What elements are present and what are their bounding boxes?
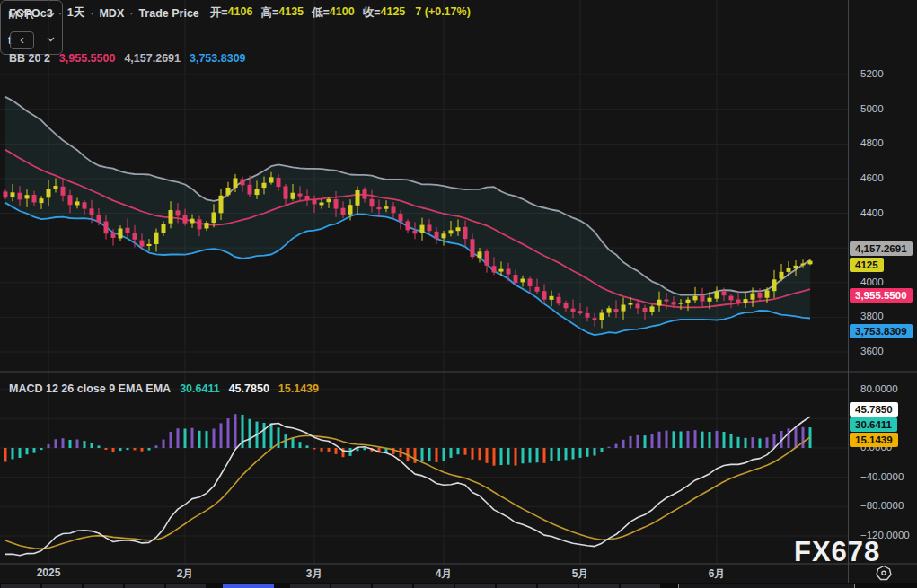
bb-basis-value: 3,955.5500: [59, 52, 116, 65]
toolbar-cell: [621, 584, 660, 588]
signal-value-badge: 15.1439: [850, 433, 898, 447]
time-axis-label: 6月: [709, 566, 726, 582]
toolbar-cell: [331, 584, 371, 588]
chart-canvas[interactable]: [0, 0, 917, 588]
price-tick-label: 3800: [860, 311, 884, 321]
price-type-label: Trade Price: [138, 7, 198, 20]
toolbar-cell: [84, 584, 123, 588]
toolbar-cell: [166, 584, 206, 588]
macd-tick-label: −40.0000: [860, 471, 904, 482]
hist-value-badge: 30.6411: [850, 417, 897, 432]
trading-chart-window: FCPOc3 · 1天 · MDX · Trade Price 开=4106 高…: [0, 0, 917, 588]
bb-lower-value: 3,753.8309: [190, 52, 246, 65]
price-tick-label: 4400: [860, 207, 884, 218]
legend-separator: ·: [90, 7, 93, 20]
bottom-toolbar: [0, 583, 917, 588]
macd-line-value: 45.7850: [229, 382, 269, 395]
price-tick-label: 4600: [860, 172, 884, 183]
high-value: 4135: [278, 5, 304, 21]
toolbar-cell: [373, 584, 412, 588]
bb-basis-badge: 3,955.5500: [850, 288, 913, 303]
symbol-name[interactable]: FCPOc3: [9, 7, 53, 20]
legend-separator: ·: [58, 7, 62, 20]
macd-indicator-legend: MACD 12 26 close 9 EMA EMA 30.6411 45.78…: [9, 382, 319, 395]
bb-indicator-legend: BB 20 2 3,955.5500 4,157.2691 3,753.8309: [9, 52, 246, 65]
bb-lower-badge: 3,753.8309: [850, 324, 913, 338]
last-price-badge: 4125: [850, 258, 884, 272]
exchange-label: MDX: [99, 7, 124, 20]
change-value: 7 (+0.17%): [415, 5, 471, 21]
watermark-logo: FX678: [794, 536, 880, 568]
symbol-legend: FCPOc3 · 1天 · MDX · Trade Price 开=4106 高…: [9, 5, 471, 21]
macd-value-badge: 45.7850: [850, 402, 898, 417]
toolbar-cell: [497, 584, 536, 588]
close-value: 4125: [380, 5, 405, 21]
close-label: 收=: [363, 5, 381, 21]
toolbar-cell: [579, 584, 619, 588]
toolbar-cell: [414, 584, 454, 588]
open-label: 开=: [210, 5, 228, 21]
macd-tick-label: 80.0000: [860, 383, 898, 394]
macd-signal-value: 15.1439: [278, 382, 319, 395]
time-axis-label: 2月: [177, 566, 194, 582]
toolbar-goto-box: [678, 584, 855, 588]
time-axis-label: 4月: [436, 566, 453, 582]
time-axis-label: 3月: [306, 566, 323, 582]
low-value: 4100: [330, 5, 355, 21]
toolbar-cell: [538, 584, 578, 588]
toolbar-cell: [42, 584, 82, 588]
bb-indicator-title[interactable]: BB 20 2: [9, 52, 50, 65]
price-tick-label: 5200: [860, 68, 884, 79]
time-axis-label: 5月: [572, 566, 589, 582]
high-label: 高=: [260, 5, 278, 21]
back-button[interactable]: ‹: [10, 31, 34, 49]
toolbar-cell: [1, 584, 40, 588]
legend-separator: ·: [129, 7, 133, 20]
time-axis-label: 2025: [37, 566, 61, 579]
toolbar-cell: [455, 584, 495, 588]
toolbar-cell: [125, 584, 164, 588]
ohlc-values: 开=4106 高=4135 低=4100 收=4125 7 (+0.17%): [210, 5, 471, 21]
low-label: 低=: [312, 5, 330, 21]
price-tick-label: 3600: [860, 346, 884, 356]
open-value: 4106: [228, 5, 253, 21]
macd-indicator-title[interactable]: MACD 12 26 close 9 EMA EMA: [9, 382, 171, 395]
bb-upper-value: 4,157.2691: [124, 52, 181, 65]
toolbar-cell: [290, 584, 330, 588]
price-tick-label: 4000: [860, 276, 884, 287]
price-tick-label: 4800: [860, 137, 884, 148]
macd-hist-value: 30.6411: [180, 382, 220, 395]
interval-label[interactable]: 1天: [67, 5, 84, 21]
bb-upper-badge: 4,157.2691: [850, 241, 913, 256]
price-tick-label: 5000: [860, 103, 884, 114]
settings-icon[interactable]: [875, 565, 893, 582]
toolbar-cell-active: [223, 584, 274, 588]
macd-tick-label: −80.0000: [860, 500, 904, 511]
